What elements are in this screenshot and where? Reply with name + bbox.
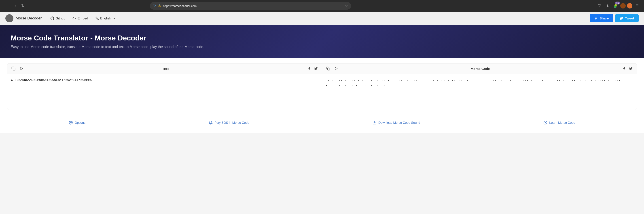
translator-grid: Text xyxy=(7,63,637,110)
pocket-button[interactable]: 🛡 xyxy=(596,2,603,9)
svg-marker-3 xyxy=(335,67,338,70)
browser-chrome: ← → ↻ 🛡 🔒 https://morsedecoder.com ☆ 🛡 ⬇… xyxy=(0,0,644,12)
language-link[interactable]: English xyxy=(92,12,120,25)
github-icon xyxy=(50,16,54,20)
bottom-actions: Options Play SOS in Morse Code Download … xyxy=(7,115,637,127)
lock-icon: 🔒 xyxy=(158,4,161,7)
morse-play-icon xyxy=(334,67,338,71)
learn-morse-label: Learn Morse Code xyxy=(549,121,575,124)
text-copy-button[interactable] xyxy=(10,66,16,71)
translate-icon xyxy=(95,16,99,20)
hero-banner: Morse Code Translator - Morse Decoder Ea… xyxy=(0,25,644,58)
twitter-tweet-button[interactable]: Tweet xyxy=(615,14,639,22)
shield-icon: 🛡 xyxy=(153,4,156,7)
text-facebook-button[interactable] xyxy=(306,66,312,71)
text-twitter-icon xyxy=(314,67,318,70)
menu-button[interactable]: ☰ xyxy=(634,2,640,9)
facebook-share-button[interactable]: Share xyxy=(590,14,613,22)
avatar-orange xyxy=(627,3,632,8)
options-label: Options xyxy=(75,121,86,124)
svg-line-6 xyxy=(545,121,547,123)
download-label: Download Morse Code Sound xyxy=(378,121,420,124)
morse-facebook-icon xyxy=(622,67,626,70)
text-input[interactable] xyxy=(8,74,322,110)
extensions-wrapper: 🧩 16 xyxy=(612,2,619,9)
facebook-icon xyxy=(594,16,598,20)
morse-panel-social xyxy=(622,66,634,71)
site-logo-text: Morse Decoder xyxy=(16,16,42,20)
hero-subtitle: Easy to use Morse code translator, trans… xyxy=(11,45,212,49)
embed-label: Embed xyxy=(77,16,88,20)
main-content: Text xyxy=(0,58,644,133)
morse-twitter-button[interactable] xyxy=(628,66,634,71)
text-panel-social xyxy=(306,66,319,71)
chevron-down-icon xyxy=(112,16,116,20)
text-panel-title: Text xyxy=(26,67,304,71)
forward-button[interactable]: → xyxy=(12,3,18,9)
morse-panel: Morse Code xyxy=(322,63,636,110)
back-button[interactable]: ← xyxy=(4,3,10,9)
morse-input[interactable] xyxy=(322,74,636,110)
download-button[interactable]: ⬇ xyxy=(604,2,611,9)
hero-title: Morse Code Translator - Morse Decoder xyxy=(11,34,633,42)
avatar-purple xyxy=(620,3,626,8)
morse-copy-icon xyxy=(326,67,330,71)
text-facebook-icon xyxy=(308,67,311,70)
embed-icon xyxy=(72,16,76,20)
github-link[interactable]: Github xyxy=(47,12,69,25)
bell-icon xyxy=(209,121,213,125)
extensions-badge: 16 xyxy=(615,1,620,4)
svg-rect-0 xyxy=(13,68,15,70)
site-logo[interactable]: Morse Decoder xyxy=(5,14,42,22)
svg-marker-1 xyxy=(20,67,23,70)
download-icon xyxy=(372,121,376,125)
share-label: Share xyxy=(600,16,609,20)
morse-copy-button[interactable] xyxy=(325,66,331,71)
play-icon xyxy=(20,67,24,71)
morse-facebook-button[interactable] xyxy=(622,66,627,71)
gear-icon xyxy=(69,121,73,125)
language-label: English xyxy=(100,16,111,20)
morse-panel-title: Morse Code xyxy=(341,67,619,71)
text-play-button[interactable] xyxy=(18,66,24,71)
text-panel-header: Text xyxy=(8,63,322,74)
svg-rect-2 xyxy=(328,68,330,70)
svg-point-4 xyxy=(70,122,71,123)
morse-play-button[interactable] xyxy=(333,66,339,71)
site-logo-icon xyxy=(5,14,14,22)
url-text: https://morsedecoder.com xyxy=(163,4,343,7)
morse-twitter-icon xyxy=(629,67,632,70)
site-nav: Morse Decoder Github Embed English xyxy=(0,12,644,25)
browser-actions: 🛡 ⬇ 🧩 16 ☰ xyxy=(596,2,640,9)
options-link[interactable]: Options xyxy=(66,119,88,126)
external-link-icon xyxy=(544,121,548,125)
play-sos-label: Play SOS in Morse Code xyxy=(214,121,249,124)
embed-link[interactable]: Embed xyxy=(69,12,92,25)
text-twitter-button[interactable] xyxy=(313,66,319,71)
github-label: Github xyxy=(56,16,65,20)
morse-panel-header: Morse Code xyxy=(322,63,636,74)
reload-button[interactable]: ↻ xyxy=(20,3,26,9)
play-sos-link[interactable]: Play SOS in Morse Code xyxy=(206,119,252,126)
twitter-icon xyxy=(620,16,623,20)
tweet-label: Tweet xyxy=(625,16,634,20)
browser-nav-buttons: ← → ↻ xyxy=(4,3,26,9)
learn-morse-link[interactable]: Learn Morse Code xyxy=(541,119,578,126)
text-panel: Text xyxy=(8,63,322,110)
star-icon[interactable]: ☆ xyxy=(345,4,348,7)
download-link[interactable]: Download Morse Code Sound xyxy=(370,119,423,126)
address-bar[interactable]: 🛡 🔒 https://morsedecoder.com ☆ xyxy=(150,2,351,9)
copy-icon xyxy=(12,67,16,71)
